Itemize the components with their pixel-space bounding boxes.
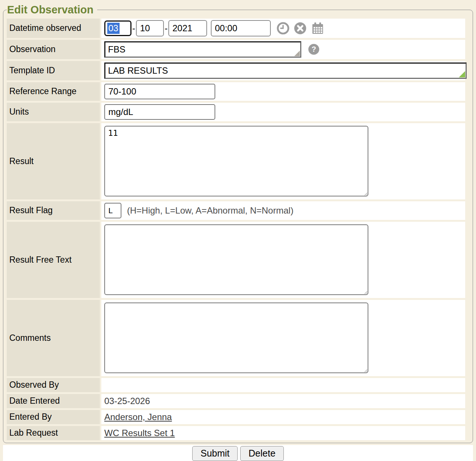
- result-flag-label: Result Flag: [7, 201, 100, 220]
- units-input[interactable]: [104, 104, 215, 120]
- svg-text:?: ?: [311, 45, 316, 53]
- observed-by-value-cell: [101, 378, 465, 392]
- reference-range-row: Reference Range: [7, 82, 465, 101]
- date-entered-label: Date Entered: [7, 394, 100, 408]
- date-entered-value-cell: 03-25-2026: [101, 394, 465, 408]
- comments-label: Comments: [7, 300, 100, 376]
- datetime-observed-label: Datetime observed: [7, 19, 100, 38]
- entered-by-label: Entered By: [7, 410, 100, 424]
- result-row: Result 11: [7, 123, 465, 199]
- form-actions-bar: Submit Delete: [3, 445, 473, 461]
- lab-request-link[interactable]: WC Results Set 1: [104, 428, 175, 438]
- result-flag-row: Result Flag (H=High, L=Low, A=Abnormal, …: [7, 201, 465, 220]
- entered-by-link[interactable]: Anderson, Jenna: [104, 412, 172, 422]
- result-free-text-value-cell: [101, 222, 465, 298]
- observation-label: Observation: [7, 40, 100, 59]
- reference-range-value-cell: [101, 82, 465, 101]
- entered-by-value-cell: Anderson, Jenna: [101, 410, 465, 424]
- entered-by-row: Entered By Anderson, Jenna: [7, 410, 465, 424]
- units-value-cell: [101, 103, 465, 121]
- datetime-observed-value-cell: 03 - -: [101, 19, 465, 38]
- observation-row: Observation ?: [7, 40, 465, 59]
- date-separator: -: [132, 23, 135, 33]
- template-id-value-cell: [101, 61, 465, 80]
- edit-observation-form: Edit Observation Datetime observed 03 - …: [3, 3, 473, 443]
- observation-value-cell: ?: [101, 40, 465, 59]
- observation-input[interactable]: [104, 41, 301, 58]
- month-input-selected-text: 03: [107, 23, 120, 34]
- reference-range-input[interactable]: [104, 84, 215, 99]
- result-label: Result: [7, 123, 100, 199]
- observed-by-label: Observed By: [7, 378, 100, 392]
- comments-textarea[interactable]: [104, 302, 368, 373]
- template-id-row: Template ID: [7, 61, 465, 80]
- day-input[interactable]: [136, 20, 164, 36]
- template-id-label: Template ID: [7, 61, 100, 80]
- clock-icon[interactable]: [277, 22, 289, 35]
- date-entered-value: 03-25-2026: [104, 396, 150, 406]
- result-flag-value-cell: (H=High, L=Low, A=Abnormal, N=Normal): [101, 201, 465, 220]
- resize-grip-icon[interactable]: [294, 51, 300, 56]
- datetime-observed-row: Datetime observed 03 - -: [7, 19, 465, 38]
- result-free-text-label: Result Free Text: [7, 222, 100, 298]
- units-label: Units: [7, 103, 100, 121]
- result-free-text-row: Result Free Text: [7, 222, 465, 298]
- result-flag-input[interactable]: [104, 203, 121, 218]
- autocomplete-corner-icon: [459, 71, 465, 77]
- units-row: Units: [7, 103, 465, 121]
- delete-button[interactable]: Delete: [240, 446, 283, 461]
- result-flag-hint: (H=High, L=Low, A=Abnormal, N=Normal): [127, 205, 293, 216]
- template-id-input-wrap: [104, 63, 467, 79]
- date-separator: -: [165, 23, 168, 33]
- date-entered-row: Date Entered 03-25-2026: [7, 394, 465, 408]
- observation-input-wrap: [104, 41, 301, 58]
- year-input[interactable]: [168, 20, 207, 36]
- calendar-icon[interactable]: [311, 22, 324, 35]
- observed-by-row: Observed By: [7, 378, 465, 392]
- help-icon[interactable]: ?: [308, 44, 320, 55]
- clear-icon[interactable]: [294, 22, 307, 35]
- reference-range-label: Reference Range: [7, 82, 100, 101]
- comments-value-cell: [101, 300, 465, 376]
- result-free-text-textarea[interactable]: [104, 224, 368, 295]
- lab-request-row: Lab Request WC Results Set 1: [7, 426, 465, 440]
- comments-row: Comments: [7, 300, 465, 376]
- lab-request-label: Lab Request: [7, 426, 100, 440]
- result-value-cell: 11: [101, 123, 465, 199]
- result-textarea[interactable]: 11: [104, 126, 368, 196]
- template-id-input[interactable]: [104, 63, 467, 79]
- page-title: Edit Observation: [7, 3, 97, 17]
- lab-request-value-cell: WC Results Set 1: [101, 426, 465, 440]
- submit-button[interactable]: Submit: [192, 446, 238, 461]
- time-input[interactable]: [211, 20, 271, 36]
- month-input[interactable]: 03: [104, 20, 131, 36]
